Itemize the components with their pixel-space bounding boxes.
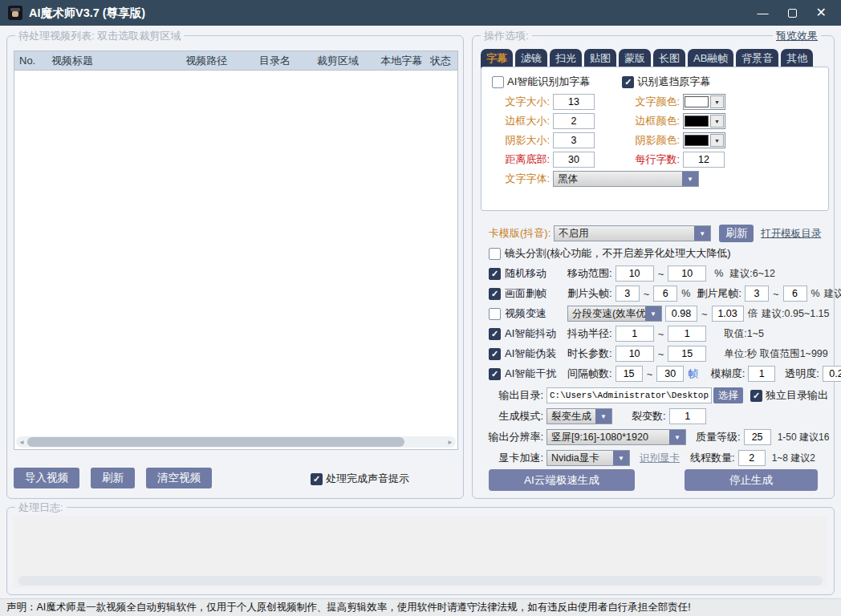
move-range-max-input[interactable]: [668, 265, 706, 282]
chevron-down-icon[interactable]: ▼: [694, 226, 710, 241]
independent-dir-checkbox[interactable]: ✓: [750, 390, 762, 402]
random-move-checkbox[interactable]: ✓: [489, 268, 501, 280]
stop-generate-button[interactable]: 停止生成: [685, 469, 818, 491]
chevron-down-icon[interactable]: ▼: [613, 451, 629, 465]
border-size-input[interactable]: [553, 113, 595, 129]
border-color-swatch: [685, 116, 709, 127]
open-template-dir-link[interactable]: 打开模板目录: [761, 227, 821, 241]
font-family-row: 文字字体: 黑体 ▼: [492, 171, 699, 187]
col-subtitle: 本地字幕: [376, 54, 425, 68]
refresh-list-button[interactable]: 刷新: [91, 468, 135, 488]
select-dir-button[interactable]: 选择: [713, 387, 743, 403]
chevron-down-icon[interactable]: ▼: [595, 409, 611, 424]
resolution-dropdown[interactable]: 竖屏[9:16]-1080*1920 ▼: [546, 429, 686, 445]
ai-interfere-checkbox[interactable]: ✓: [489, 368, 501, 380]
speed-change-checkbox[interactable]: [489, 308, 501, 320]
shadow-color-dropdown[interactable]: ▼: [683, 132, 725, 148]
duration-max-input[interactable]: [668, 346, 706, 362]
checkbox-checked-icon[interactable]: ✓: [311, 473, 323, 485]
chevron-down-icon[interactable]: ▼: [645, 306, 661, 321]
cloud-generate-button[interactable]: AI云端极速生成: [489, 469, 635, 491]
detect-gpu-link[interactable]: 识别显卡: [640, 452, 680, 465]
gpu-dropdown[interactable]: Nvidia显卡 ▼: [546, 450, 630, 466]
output-dir-input[interactable]: [546, 387, 712, 403]
log-hscrollbar[interactable]: [18, 576, 823, 586]
preview-effect-link[interactable]: 预览效果: [776, 30, 818, 42]
col-no: No.: [14, 55, 47, 67]
chars-per-line-input[interactable]: [683, 152, 725, 168]
interval-max-input[interactable]: [656, 366, 684, 382]
jitter-max-input[interactable]: [668, 326, 706, 342]
title-bar: AI魔术师V3.7 (尊享版) — ✕: [0, 0, 841, 26]
independent-dir-label: 独立目录输出: [766, 388, 828, 403]
shadow-size-row: 阴影大小: 阴影颜色: ▼: [492, 132, 725, 148]
font-size-input[interactable]: [553, 94, 595, 110]
font-family-label: 文字字体:: [492, 172, 550, 186]
opacity-input[interactable]: [823, 366, 841, 382]
threads-input[interactable]: [738, 450, 766, 466]
dropdown-arrow-icon[interactable]: ▼: [710, 134, 724, 147]
scrollbar-thumb[interactable]: [27, 437, 404, 447]
quality-input[interactable]: [744, 429, 771, 445]
interval-min-input[interactable]: [616, 366, 643, 382]
head-frames-max-input[interactable]: [653, 286, 677, 302]
font-color-label: 文字颜色:: [622, 95, 680, 109]
frame-delete-hint: 建议:3~6: [824, 287, 841, 301]
shadow-size-input[interactable]: [553, 132, 595, 148]
blur-label: 模糊度:: [711, 367, 746, 381]
clear-videos-button[interactable]: 清空视频: [146, 468, 212, 488]
gen-mode-dropdown[interactable]: 裂变生成 ▼: [546, 408, 612, 424]
sound-alert-checkbox[interactable]: ✓ 处理完成声音提示: [311, 472, 409, 486]
log-area[interactable]: [14, 516, 827, 588]
fission-count-input[interactable]: [669, 408, 706, 424]
import-video-button[interactable]: 导入视频: [14, 468, 79, 488]
tilde-separator: ~: [773, 288, 779, 300]
close-icon[interactable]: ✕: [816, 6, 827, 19]
chevron-down-icon[interactable]: ▼: [669, 430, 685, 444]
maximize-icon[interactable]: [788, 9, 797, 18]
ai-add-subtitle-checkbox[interactable]: [492, 76, 504, 88]
dropdown-arrow-icon[interactable]: ▼: [710, 115, 724, 128]
chevron-down-icon[interactable]: ▼: [682, 172, 698, 186]
ai-jitter-row: ✓ AI智能抖动 抖动半径: ~ 取值:1~5: [489, 326, 764, 342]
blur-input[interactable]: [748, 366, 775, 382]
move-range-min-input[interactable]: [616, 265, 654, 282]
speed-min-input[interactable]: [665, 306, 697, 322]
options-group-label: 操作选项:: [481, 29, 532, 43]
head-frames-min-input[interactable]: [616, 286, 640, 302]
border-size-row: 边框大小: 边框颜色: ▼: [492, 113, 725, 129]
gen-mode-row: 生成模式: 裂变生成 ▼ 裂变数:: [489, 408, 706, 424]
gen-mode-label: 生成模式:: [489, 409, 543, 424]
percent-unit: %: [681, 288, 690, 299]
head-frames-label: 删片头帧:: [567, 286, 612, 301]
ai-jitter-checkbox[interactable]: ✓: [489, 328, 501, 340]
scroll-right-icon[interactable]: ►: [445, 439, 456, 446]
ai-disguise-checkbox[interactable]: ✓: [489, 348, 501, 360]
move-range-label: 移动范围:: [567, 266, 612, 281]
font-family-dropdown[interactable]: 黑体 ▼: [553, 171, 699, 187]
bottom-distance-input[interactable]: [553, 152, 595, 168]
video-list-hscrollbar[interactable]: ◄ ►: [16, 436, 456, 448]
lens-split-checkbox[interactable]: [489, 248, 501, 260]
video-table[interactable]: No. 视频标题 视频路径 目录名 裁剪区域 本地字幕 状态 ◄ ►: [14, 51, 458, 450]
mask-original-subtitle-checkbox[interactable]: ✓: [622, 76, 634, 88]
border-color-dropdown[interactable]: ▼: [683, 113, 725, 129]
resolution-value: 竖屏[9:16]-1080*1920: [547, 431, 669, 444]
duration-min-input[interactable]: [616, 346, 654, 362]
tail-frames-min-input[interactable]: [745, 286, 769, 302]
template-refresh-button[interactable]: 刷新: [719, 225, 754, 242]
jitter-min-input[interactable]: [616, 326, 654, 342]
frame-delete-checkbox[interactable]: ✓: [489, 288, 501, 300]
speed-max-input[interactable]: [712, 306, 744, 322]
scroll-left-icon[interactable]: ◄: [16, 439, 27, 446]
minimize-icon[interactable]: —: [758, 7, 769, 18]
speed-mode-value: 分段变速(效率优先): [568, 307, 645, 321]
video-table-header: No. 视频标题 视频路径 目录名 裁剪区域 本地字幕 状态: [14, 51, 457, 71]
output-dir-label: 输出目录:: [489, 388, 543, 403]
speed-mode-dropdown[interactable]: 分段变速(效率优先) ▼: [567, 306, 662, 322]
template-dropdown[interactable]: 不启用 ▼: [554, 225, 711, 241]
font-color-dropdown[interactable]: ▼: [683, 94, 725, 110]
col-dir: 目录名: [254, 54, 312, 68]
dropdown-arrow-icon[interactable]: ▼: [710, 95, 724, 108]
tail-frames-max-input[interactable]: [783, 286, 807, 302]
